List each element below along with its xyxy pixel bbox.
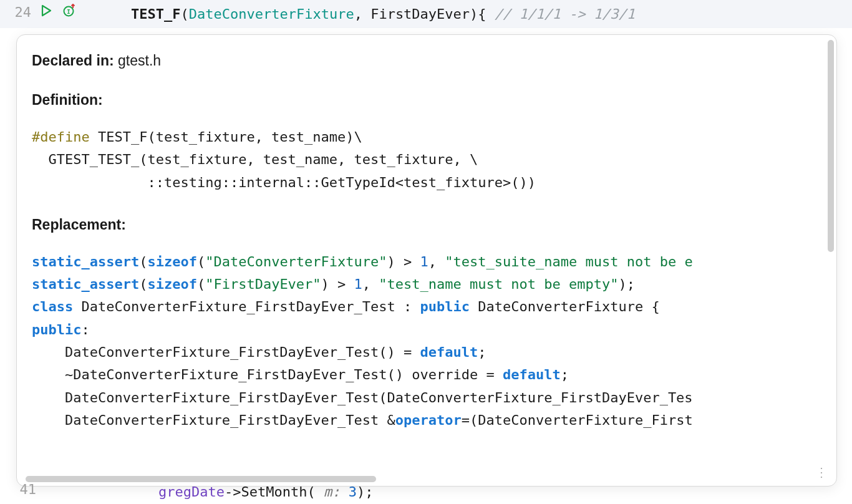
play-icon[interactable]	[40, 4, 52, 20]
object-name: gregDate	[158, 484, 225, 500]
vertical-scrollbar[interactable]	[828, 40, 834, 252]
declared-in-value: gtest.h	[114, 52, 161, 69]
gutter: 41	[0, 482, 131, 497]
replacement-label: Replacement:	[32, 216, 821, 233]
hover-doc-content[interactable]: Declared in: gtest.h Definition: #define…	[17, 35, 836, 486]
code-line-24[interactable]: 24 I TEST_F(DateConverterFixture, FirstD…	[0, 0, 852, 28]
code-content[interactable]: gregDate->SetMonth( m: 3);	[131, 482, 852, 502]
more-actions-icon[interactable]: ⋮	[815, 470, 826, 475]
fixture-arg: DateConverterFixture	[189, 6, 354, 22]
test-name-arg: FirstDayEver	[370, 6, 470, 22]
code-line-41[interactable]: 41 gregDate->SetMonth( m: 3);	[0, 482, 852, 504]
coverage-icon[interactable]: I	[62, 4, 76, 21]
macro-name: TEST_F	[131, 6, 180, 22]
code-content[interactable]: TEST_F(DateConverterFixture, FirstDayEve…	[131, 4, 852, 24]
gutter: 24 I	[0, 4, 131, 21]
hover-doc-popup[interactable]: Declared in: gtest.h Definition: #define…	[16, 34, 837, 487]
method-name: SetMonth	[241, 484, 307, 500]
definition-code: #define TEST_F(test_fixture, test_name)\…	[32, 126, 821, 194]
line-number: 24	[12, 4, 31, 20]
definition-label: Definition:	[32, 92, 821, 109]
declared-in-label: Declared in:	[32, 52, 114, 69]
svg-text:I: I	[67, 9, 70, 15]
line-number: 41	[17, 482, 36, 497]
param-hint: m:	[324, 484, 349, 500]
line-comment: // 1/1/1 -> 1/3/1	[495, 6, 635, 22]
declared-in-row: Declared in: gtest.h	[32, 52, 821, 69]
replacement-code: static_assert(sizeof("DateConverterFixtu…	[32, 251, 821, 432]
